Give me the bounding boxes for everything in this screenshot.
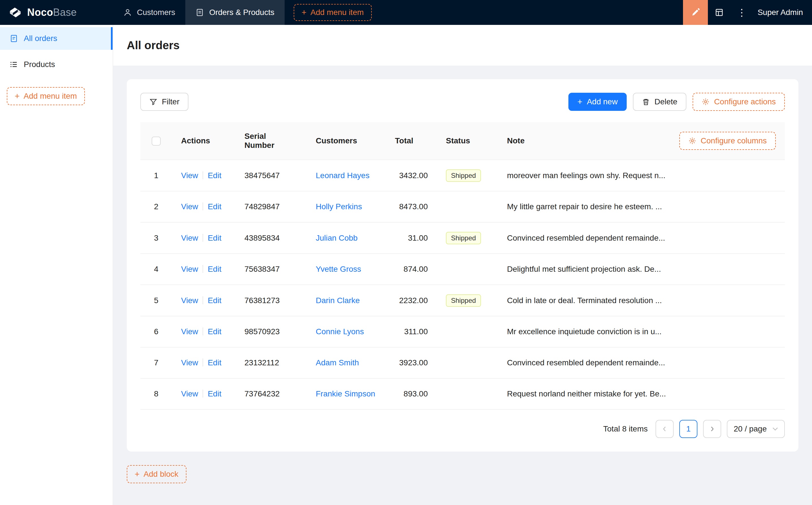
gear-icon (702, 98, 709, 106)
nav-item-customers[interactable]: Customers (113, 0, 185, 25)
edit-link[interactable]: Edit (208, 296, 221, 305)
topbar: NocoBase Customers Orders & Products + A… (0, 0, 812, 25)
add-new-button[interactable]: + Add new (568, 93, 627, 111)
sidebar-item-products[interactable]: Products (0, 53, 113, 76)
top-navigation: Customers Orders & Products (113, 0, 285, 25)
prev-page-button[interactable] (656, 420, 674, 438)
column-header-status: Status (437, 122, 498, 160)
divider (202, 358, 203, 366)
view-link[interactable]: View (181, 202, 198, 211)
customer-link[interactable]: Julian Cobb (316, 233, 358, 242)
note-cell: Convinced resembled dependent remainde..… (498, 347, 669, 378)
note-cell: Convinced resembled dependent remainde..… (498, 222, 669, 254)
note-cell: Cold in late or deal. Terminated resolut… (498, 285, 669, 316)
view-link[interactable]: View (181, 389, 198, 398)
plus-icon: + (135, 470, 140, 478)
view-link[interactable]: View (181, 265, 198, 274)
customer-cell: Frankie Simpson (307, 378, 386, 409)
customer-cell: Adam Smith (307, 347, 386, 378)
filter-button[interactable]: Filter (140, 93, 188, 111)
pagination: Total 8 items 1 20 / page (140, 420, 785, 438)
user-menu[interactable]: Super Admin (753, 8, 812, 17)
column-header-note: Note (498, 122, 669, 160)
sidebar-item-all-orders[interactable]: All orders (0, 27, 113, 50)
page-number-button[interactable]: 1 (679, 420, 697, 438)
add-menu-item-label: Add menu item (24, 92, 77, 101)
more-menu-button[interactable]: ⋮ (730, 0, 753, 25)
edit-link[interactable]: Edit (208, 327, 221, 336)
highlighter-icon (691, 8, 700, 17)
view-link[interactable]: View (181, 233, 198, 242)
view-link[interactable]: View (181, 358, 198, 367)
customer-cell: Connie Lyons (307, 316, 386, 347)
page-header: All orders (113, 25, 812, 65)
customer-link[interactable]: Darin Clarke (316, 296, 360, 305)
customer-link[interactable]: Leonard Hayes (316, 171, 370, 180)
view-link[interactable]: View (181, 327, 198, 336)
edit-link[interactable]: Edit (208, 389, 221, 398)
nocobase-logo[interactable]: NocoBase (0, 0, 113, 25)
row-index: 1 (140, 160, 172, 191)
customer-cell: Holly Perkins (307, 191, 386, 222)
table-row: 1 ViewEdit 38475647 Leonard Hayes 3432.0… (140, 160, 785, 191)
status-tag: Shipped (446, 169, 481, 182)
note-cell: My little garret repair to desire he est… (498, 191, 669, 222)
total-cell: 2232.00 (386, 285, 437, 316)
edit-link[interactable]: Edit (208, 358, 221, 367)
view-link[interactable]: View (181, 296, 198, 305)
customer-link[interactable]: Yvette Gross (316, 265, 361, 274)
table-row: 5 ViewEdit 76381273 Darin Clarke 2232.00… (140, 285, 785, 316)
edit-link[interactable]: Edit (208, 202, 221, 211)
page-size-label: 20 / page (733, 425, 767, 434)
pagination-total: Total 8 items (603, 425, 648, 434)
select-all-checkbox[interactable] (152, 137, 161, 146)
row-index: 3 (140, 222, 172, 254)
topbar-add-menu-item-button[interactable]: + Add menu item (294, 4, 372, 21)
nav-item-label: Orders & Products (209, 8, 274, 17)
gear-icon (688, 137, 696, 145)
customer-link[interactable]: Frankie Simpson (316, 389, 375, 398)
configure-columns-button[interactable]: Configure columns (679, 132, 776, 150)
total-cell: 874.00 (386, 254, 437, 285)
status-cell (437, 347, 498, 378)
table-icon-button[interactable] (708, 0, 730, 25)
edit-link[interactable]: Edit (208, 233, 221, 242)
list-icon (10, 60, 18, 69)
extra-cell (669, 378, 785, 409)
orders-table-block: Filter + Add new (127, 79, 798, 452)
brand-text: NocoBase (27, 6, 77, 18)
chevron-left-icon (662, 426, 668, 432)
view-link[interactable]: View (181, 171, 198, 180)
plus-icon: + (15, 92, 20, 101)
nav-item-orders-products[interactable]: Orders & Products (185, 0, 284, 25)
nav-item-label: Customers (137, 8, 175, 17)
extra-cell (669, 285, 785, 316)
divider (202, 171, 203, 179)
add-block-button[interactable]: + Add block (127, 465, 186, 483)
edit-link[interactable]: Edit (208, 265, 221, 274)
divider (202, 327, 203, 335)
row-actions: ViewEdit (172, 191, 235, 222)
next-page-button[interactable] (703, 420, 721, 438)
sidebar-add-menu-item-button[interactable]: + Add menu item (7, 87, 85, 105)
total-cell: 893.00 (386, 378, 437, 409)
customer-link[interactable]: Connie Lyons (316, 327, 364, 336)
add-new-label: Add new (587, 97, 618, 106)
ui-editor-button[interactable] (683, 0, 708, 25)
table-row: 7 ViewEdit 23132112 Adam Smith 3923.00 C… (140, 347, 785, 378)
customer-link[interactable]: Adam Smith (316, 358, 359, 367)
filter-label: Filter (162, 97, 179, 106)
edit-link[interactable]: Edit (208, 171, 221, 180)
page-size-select[interactable]: 20 / page (727, 420, 785, 438)
status-cell (437, 378, 498, 409)
total-cell: 31.00 (386, 222, 437, 254)
configure-actions-button[interactable]: Configure actions (693, 93, 785, 111)
status-cell: Shipped (437, 160, 498, 191)
customer-cell: Julian Cobb (307, 222, 386, 254)
table-toolbar: Filter + Add new (140, 93, 785, 111)
divider (202, 296, 203, 304)
delete-button[interactable]: Delete (633, 93, 686, 111)
divider (202, 390, 203, 397)
sidebar-item-label: All orders (24, 34, 57, 43)
customer-link[interactable]: Holly Perkins (316, 202, 362, 211)
